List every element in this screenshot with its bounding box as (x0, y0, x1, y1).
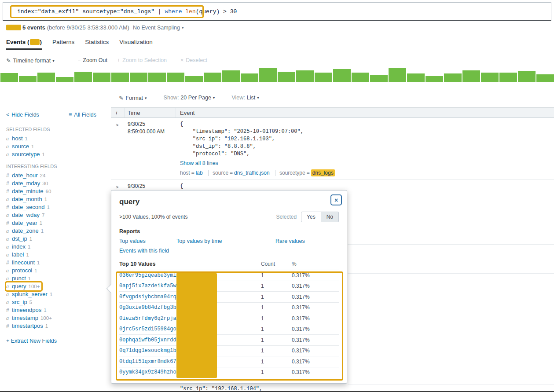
histogram-bar[interactable] (315, 73, 332, 82)
field-row[interactable]: asplunk_server1 (0, 290, 111, 298)
histogram-bar[interactable] (370, 75, 388, 82)
all-fields-button[interactable]: ≡All Fields (69, 112, 96, 118)
field-name-link[interactable]: splunk_server (12, 291, 48, 297)
histogram-bar[interactable] (481, 73, 499, 82)
tab-events[interactable]: Events () (6, 39, 42, 50)
field-name-link[interactable]: linecount (12, 259, 35, 266)
field-row[interactable]: #linecount1 (0, 259, 111, 267)
histogram-bar[interactable] (462, 70, 480, 82)
histogram-bar[interactable] (389, 68, 406, 82)
extract-new-fields-link[interactable]: + Extract New Fields (6, 338, 111, 344)
histogram-bar[interactable] (93, 73, 110, 82)
field-name-link[interactable]: sourcetype (12, 151, 40, 158)
meta-field-name[interactable]: sourcetype (279, 170, 305, 176)
field-row[interactable]: asrc_ip5 (0, 298, 111, 306)
field-name-link[interactable]: date_year (12, 220, 37, 226)
field-name-link[interactable]: label (12, 251, 24, 258)
field-row[interactable]: adate_month1 (0, 195, 111, 203)
tab-patterns[interactable]: Patterns (52, 39, 74, 50)
field-row[interactable]: ahost1 (0, 135, 111, 143)
field-row[interactable]: adate_wday7 (0, 211, 111, 219)
histogram-bar[interactable] (518, 71, 536, 82)
field-name-link[interactable]: date_mday (12, 180, 40, 187)
field-name-link[interactable]: source (12, 143, 29, 150)
histogram-bar[interactable] (148, 73, 166, 82)
meta-field-value[interactable]: lab (196, 170, 203, 176)
field-row[interactable]: atimestamp100+ (0, 314, 111, 322)
histogram-bar[interactable] (499, 73, 517, 82)
field-row[interactable]: alabel1 (0, 251, 111, 259)
expand-event-chevron-icon[interactable]: > (116, 122, 118, 128)
field-row[interactable]: #date_year1 (0, 219, 111, 227)
histogram-bar[interactable] (222, 70, 240, 82)
search-bar[interactable]: index="data_exfil" sourcetype="dns_logs"… (3, 2, 551, 21)
field-row[interactable]: asourcetype1 (0, 150, 111, 158)
field-name-link[interactable]: index (12, 243, 26, 250)
format-dropdown[interactable]: ✎Format▾ (119, 95, 147, 101)
field-name-link[interactable]: query (12, 283, 26, 289)
field-row[interactable]: adst_ip1 (0, 235, 111, 243)
page-size-dropdown[interactable]: Show:20 Per Page▾ (164, 95, 215, 101)
zoom-out-button[interactable]: −Zoom Out (77, 57, 107, 63)
field-name-link[interactable]: punct (12, 275, 26, 282)
field-name-link[interactable]: protocol (12, 267, 32, 274)
histogram-bar[interactable] (241, 73, 258, 82)
field-row[interactable]: #date_hour24 (0, 172, 111, 180)
histogram-bar[interactable] (19, 76, 37, 82)
histogram-bar[interactable] (111, 73, 129, 82)
field-name-link[interactable]: timeendpos (12, 307, 41, 313)
histogram-bar[interactable] (352, 73, 369, 82)
search-query-input[interactable]: index="data_exfil" sourcetype="dns_logs"… (17, 8, 237, 15)
tab-statistics[interactable]: Statistics (85, 39, 109, 50)
histogram-bar[interactable] (536, 74, 554, 82)
histogram-bar[interactable] (167, 73, 184, 82)
field-row[interactable]: adate_zone1 (0, 227, 111, 235)
field-name-link[interactable]: timestartpos (12, 322, 43, 329)
field-row[interactable]: aquery100+ (0, 282, 111, 290)
field-name-link[interactable]: date_zone (12, 227, 39, 234)
field-name-link[interactable]: date_minute (12, 188, 44, 194)
deselect-button[interactable]: ×Deselect (180, 57, 207, 63)
field-row[interactable]: #timestartpos1 (0, 322, 111, 330)
events-with-field-link[interactable]: Events with this field (119, 248, 339, 254)
histogram-bar[interactable] (130, 73, 147, 82)
field-name-link[interactable]: date_hour (12, 172, 38, 179)
selected-yes-button[interactable]: Yes (301, 212, 321, 222)
histogram-bar[interactable] (56, 77, 73, 82)
tab-visualization[interactable]: Visualization (119, 39, 153, 50)
top-values-link[interactable]: Top values (119, 238, 176, 244)
field-row[interactable]: #timeendpos1 (0, 306, 111, 314)
zoom-to-selection-button[interactable]: +Zoom to Selection (117, 57, 167, 63)
field-row[interactable]: apunct1 (0, 275, 111, 282)
field-name-link[interactable]: date_month (12, 196, 42, 202)
histogram-bar[interactable] (74, 72, 92, 82)
hide-fields-button[interactable]: <Hide Fields (6, 112, 39, 118)
histogram-bar[interactable] (185, 76, 203, 82)
event-sampling-dropdown[interactable]: No Event Sampling▾ (133, 25, 184, 31)
field-row[interactable]: #date_mday30 (0, 180, 111, 187)
top-values-by-time-link[interactable]: Top values by time (176, 238, 275, 244)
histogram-bar[interactable] (296, 70, 314, 82)
histogram-bar[interactable] (278, 72, 295, 82)
expand-event-chevron-icon[interactable]: > (116, 184, 118, 190)
view-dropdown[interactable]: View:List▾ (231, 95, 259, 101)
histogram-bar[interactable] (426, 76, 443, 82)
field-row[interactable]: #date_second1 (0, 203, 111, 211)
rare-values-link[interactable]: Rare values (275, 238, 305, 244)
histogram-bar[interactable] (0, 73, 18, 82)
histogram-bar[interactable] (259, 68, 277, 82)
histogram-bar[interactable] (407, 73, 425, 82)
field-name-link[interactable]: host (12, 135, 23, 142)
popup-close-button[interactable]: × (330, 194, 342, 205)
timeline-format-dropdown[interactable]: ✎Timeline format▾ (6, 57, 55, 64)
meta-field-value[interactable]: dns_logs (311, 169, 335, 176)
histogram-bar[interactable] (444, 73, 462, 82)
field-row[interactable]: #date_minute60 (0, 187, 111, 195)
field-name-link[interactable]: src_ip (12, 299, 27, 305)
field-row[interactable]: aprotocol1 (0, 267, 111, 275)
field-row[interactable]: aindex1 (0, 243, 111, 251)
histogram-bar[interactable] (204, 73, 221, 82)
histogram-bar[interactable] (37, 73, 55, 82)
histogram-bar[interactable] (333, 69, 351, 82)
field-name-link[interactable]: date_wday (12, 212, 40, 218)
